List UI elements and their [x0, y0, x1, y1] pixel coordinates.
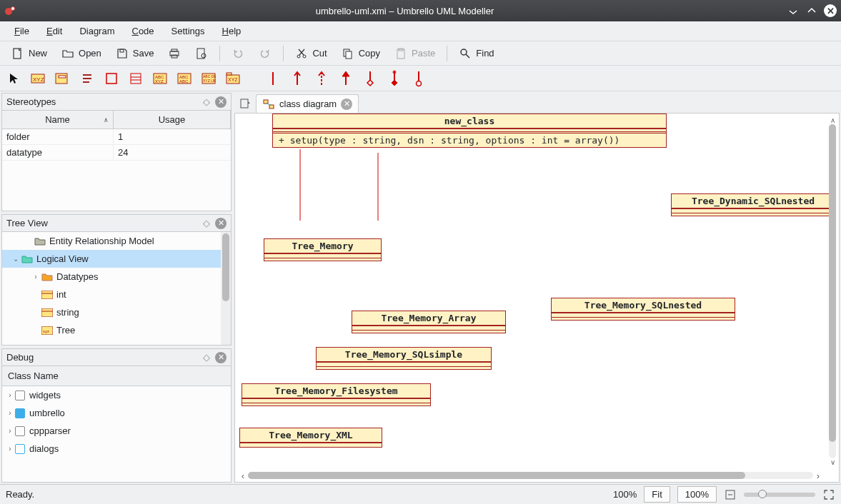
- find-button[interactable]: Find: [453, 44, 499, 63]
- menu-diagram[interactable]: Diagram: [72, 24, 121, 39]
- print-preview-button[interactable]: [189, 44, 214, 63]
- panel-close-icon[interactable]: ✕: [215, 218, 227, 229]
- directed-association-tool[interactable]: [289, 70, 306, 87]
- save-icon: [116, 47, 129, 60]
- checkbox[interactable]: [15, 408, 25, 418]
- svg-rect-23: [106, 74, 116, 84]
- copy-button[interactable]: Copy: [336, 44, 386, 63]
- uml-class-new-class[interactable]: new_class + setup(type : string, dsn : s…: [272, 114, 667, 148]
- panel-close-icon[interactable]: ✕: [215, 352, 227, 363]
- new-button[interactable]: New: [6, 44, 53, 63]
- composition-tool[interactable]: [386, 70, 403, 87]
- zoom-fit-button[interactable]: Fit: [644, 486, 670, 503]
- canvas-vscroll[interactable]: ∧∨: [827, 116, 837, 466]
- stereo-row[interactable]: folder 1: [2, 129, 231, 145]
- stereo-row[interactable]: datatype 24: [2, 145, 231, 161]
- diagram-canvas[interactable]: new_class + setup(type : string, dsn : s…: [234, 113, 840, 483]
- tree-expand-icon[interactable]: ⌄: [11, 255, 21, 263]
- svg-text:XYZ: XYZ: [228, 77, 238, 82]
- interface-tool[interactable]: [127, 70, 144, 87]
- tree-item-tree[interactable]: xyz Tree: [2, 321, 231, 339]
- fullscreen-icon[interactable]: [822, 488, 835, 501]
- checkbox[interactable]: [15, 390, 25, 400]
- tree-view-panel: Tree View ◇ ✕ Entity Relationship Model …: [1, 214, 232, 346]
- uml-class-tree-memory[interactable]: Tree_Memory: [264, 238, 382, 261]
- text-tool[interactable]: [79, 70, 96, 87]
- uml-class-tree-memory-xml[interactable]: Tree_Memory_XML: [239, 428, 382, 448]
- svg-rect-55: [264, 100, 268, 104]
- toolbar-separator: [447, 46, 447, 61]
- note-tool[interactable]: XYZ: [30, 70, 47, 87]
- uml-class-tree-dynamic-sqlnested[interactable]: Tree_Dynamic_SQLnested: [671, 193, 835, 216]
- debug-column-header[interactable]: Class Name: [2, 366, 231, 386]
- zoom-out-icon[interactable]: [724, 488, 737, 501]
- canvas-hscroll[interactable]: ‹›: [238, 470, 823, 480]
- menu-edit[interactable]: Edit: [39, 24, 69, 39]
- box-tool[interactable]: [54, 70, 71, 87]
- paste-button[interactable]: Paste: [389, 44, 441, 63]
- svg-text:xyz: xyz: [43, 329, 49, 333]
- panel-float-icon[interactable]: ◇: [201, 352, 212, 363]
- panel-float-icon[interactable]: ◇: [201, 96, 212, 108]
- checkbox[interactable]: [15, 426, 25, 436]
- menu-settings[interactable]: Settings: [164, 24, 212, 39]
- svg-rect-37: [227, 73, 232, 75]
- uml-class-tree-memory-sqlsimple[interactable]: Tree_Memory_SQLsimple: [316, 347, 492, 370]
- cut-button[interactable]: Cut: [289, 44, 332, 63]
- uml-class-tree-memory-array[interactable]: Tree_Memory_Array: [352, 311, 506, 333]
- menu-code[interactable]: Code: [125, 24, 161, 39]
- association-tool[interactable]: [264, 70, 282, 87]
- panel-float-icon[interactable]: ◇: [201, 218, 212, 229]
- svg-line-57: [266, 104, 272, 105]
- tree-expand-icon[interactable]: ›: [31, 273, 41, 281]
- new-icon: [11, 47, 24, 60]
- svg-point-9: [297, 55, 300, 58]
- debug-row-cppparser[interactable]: ›cppparser: [2, 422, 231, 440]
- debug-row-umbrello[interactable]: ›umbrello: [2, 404, 231, 422]
- minimize-button[interactable]: [787, 4, 800, 17]
- class-tool[interactable]: [103, 70, 120, 87]
- close-button[interactable]: ✕: [824, 4, 837, 17]
- stereo-col-usage[interactable]: Usage: [114, 111, 231, 128]
- menu-help[interactable]: Help: [215, 24, 249, 39]
- redo-button[interactable]: [253, 44, 277, 63]
- debug-row-widgets[interactable]: ›widgets: [2, 386, 231, 404]
- tree-item-logical-view[interactable]: ⌄ Logical View: [2, 250, 231, 268]
- maximize-button[interactable]: [805, 4, 818, 17]
- tab-close-icon[interactable]: ✕: [341, 99, 352, 110]
- enum-tool[interactable]: ABCABC: [176, 70, 193, 87]
- open-button[interactable]: Open: [56, 44, 107, 63]
- app-icon: [4, 4, 17, 17]
- containment-tool[interactable]: [410, 70, 427, 87]
- undo-button[interactable]: [226, 44, 250, 63]
- pointer-tool[interactable]: [6, 70, 23, 87]
- tree-item-int[interactable]: int: [2, 286, 231, 303]
- tab-class-diagram[interactable]: class diagram ✕: [256, 94, 359, 113]
- aggregation-tool[interactable]: [362, 70, 379, 87]
- debug-row-dialogs[interactable]: ›dialogs: [2, 440, 231, 458]
- new-tab-button[interactable]: [237, 96, 253, 111]
- copy-icon: [342, 47, 354, 60]
- svg-point-47: [417, 81, 422, 86]
- uml-class-tree-memory-sqlnested[interactable]: Tree_Memory_SQLnested: [551, 298, 735, 321]
- uml-class-tree-memory-filesystem[interactable]: Tree_Memory_Filesystem: [242, 383, 431, 406]
- stereo-col-name[interactable]: Name∧: [2, 111, 114, 128]
- diagram-icon: [262, 98, 275, 111]
- checkbox[interactable]: [15, 444, 25, 454]
- tree-item-string[interactable]: string: [2, 303, 231, 321]
- generalization-tool[interactable]: [337, 70, 354, 87]
- datatype-tool[interactable]: ABCXYZ: [151, 70, 169, 87]
- package-tool[interactable]: XYZ: [224, 70, 242, 87]
- zoom-slider[interactable]: [744, 493, 815, 497]
- panel-close-icon[interactable]: ✕: [215, 96, 227, 108]
- entity-tool[interactable]: ABC DEFXYZ IJK: [200, 70, 217, 87]
- print-icon: [168, 47, 181, 60]
- tree-item-datatypes[interactable]: › Datatypes: [2, 268, 231, 286]
- zoom-100-button[interactable]: 100%: [677, 486, 717, 503]
- tree-scrollbar[interactable]: [221, 232, 231, 345]
- print-button[interactable]: [162, 44, 186, 63]
- dependency-tool[interactable]: [313, 70, 330, 87]
- save-button[interactable]: Save: [110, 44, 160, 63]
- tree-item-erm[interactable]: Entity Relationship Model: [2, 232, 231, 250]
- menu-file[interactable]: File: [7, 24, 36, 39]
